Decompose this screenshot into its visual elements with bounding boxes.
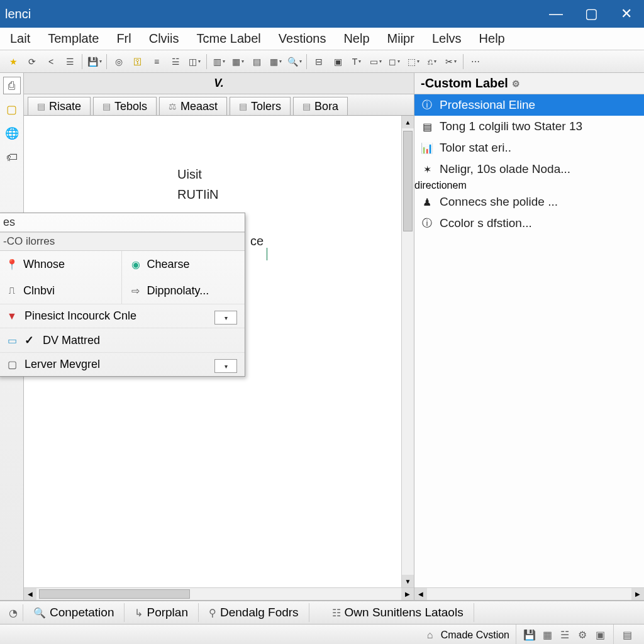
- bottom-tab-own-sunitlens[interactable]: ☷Own Sunitlens Lataols: [322, 603, 474, 622]
- text-icon[interactable]: T▾: [348, 53, 365, 70]
- spacer-icon[interactable]: ⊟: [311, 53, 327, 70]
- target-icon[interactable]: ◎: [111, 53, 127, 70]
- menu-lelvs[interactable]: Lelvs: [426, 29, 468, 48]
- menu-item-label: Pinesict Incourck Cnle: [25, 309, 136, 323]
- panel-icon[interactable]: ▥▾: [211, 53, 227, 70]
- list-item[interactable]: 📊Tolor stat eri..: [414, 137, 644, 158]
- status-end-icon[interactable]: ▤: [614, 625, 640, 644]
- menu-vestions[interactable]: Vestions: [272, 29, 333, 48]
- tab-bora[interactable]: ▤Bora: [293, 97, 348, 115]
- key-icon[interactable]: ⚿: [130, 53, 146, 70]
- list-toggle-icon[interactable]: ☰: [62, 53, 78, 70]
- rect-icon[interactable]: ▭▾: [367, 53, 384, 70]
- refresh-icon[interactable]: ⟳: [24, 53, 40, 70]
- star-icon[interactable]: ★: [5, 53, 21, 70]
- grid-icon[interactable]: ▦: [540, 629, 554, 641]
- minimize-button[interactable]: —: [538, 0, 574, 28]
- frame-icon[interactable]: ◻▾: [386, 53, 402, 70]
- grid-icon[interactable]: ▦▾: [267, 53, 284, 70]
- gear-icon[interactable]: ⚙: [512, 79, 520, 89]
- person-icon: ♟: [421, 196, 433, 208]
- layout-icon: ▤: [620, 629, 634, 641]
- bottom-tool-icon[interactable]: ◔: [4, 604, 23, 621]
- folder-icon: ⚲: [209, 607, 216, 619]
- scroll-track[interactable]: [36, 588, 401, 600]
- justify-icon[interactable]: ≡: [148, 53, 165, 70]
- horizontal-scrollbar[interactable]: ◀ ▶: [24, 587, 414, 600]
- more-icon[interactable]: ⋯: [467, 53, 484, 70]
- menu-item-pinesict[interactable]: ▼ Pinesict Incourck Cnle ▾: [0, 304, 245, 328]
- export-icon: ⇨: [130, 284, 142, 297]
- scroll-up-icon[interactable]: ▲: [402, 116, 414, 128]
- canvas-text: Uisit: [177, 167, 202, 182]
- menu-item-clnbvi[interactable]: ⎍Clnbvi: [0, 277, 122, 304]
- tool-icon[interactable]: ✂▾: [443, 53, 459, 70]
- window-icon[interactable]: ▣: [330, 53, 346, 70]
- menu-tcme-label[interactable]: Tcme Label: [191, 29, 267, 48]
- scroll-track[interactable]: [402, 128, 414, 575]
- list-item[interactable]: ♟Connecs she polide ...: [414, 191, 644, 213]
- tab-tebols[interactable]: ▤Tebols: [93, 97, 157, 115]
- menu-bar: Lait Template Frl Clviis Tcme Label Vest…: [0, 28, 644, 50]
- status-icon-group: 💾 ▦ ☱ ⚙ ▣: [516, 625, 614, 644]
- search-icon[interactable]: 🔍▾: [286, 53, 303, 70]
- component-icon[interactable]: ⎙: [3, 77, 21, 94]
- menu-item-dv-mattred[interactable]: ▭ ✓ DV Mattred: [0, 328, 245, 352]
- save-icon[interactable]: 💾▾: [86, 53, 103, 70]
- stack-icon[interactable]: ☱: [558, 629, 572, 641]
- list-item[interactable]: ✶Neligr, 10s olade Noda...: [414, 158, 644, 180]
- box-icon[interactable]: ⬚▾: [405, 53, 421, 70]
- tab-meaast[interactable]: ⚖Meaast: [159, 97, 227, 115]
- shape-icon[interactable]: ◫▾: [186, 53, 203, 70]
- back-icon[interactable]: <: [43, 53, 59, 70]
- globe-icon[interactable]: 🌐: [3, 125, 21, 142]
- tab-tolers[interactable]: ▤Tolers: [230, 97, 291, 115]
- gear-icon[interactable]: ⚙: [575, 629, 589, 641]
- menu-lait[interactable]: Lait: [4, 29, 36, 48]
- menu-nelp[interactable]: Nelp: [337, 29, 375, 48]
- module-icon[interactable]: ▣: [593, 629, 607, 641]
- menu-item-dippnolaty[interactable]: ⇨Dippnolaty...: [122, 277, 245, 304]
- menu-miipr[interactable]: Miipr: [381, 29, 421, 48]
- calc-icon[interactable]: ▤: [248, 53, 265, 70]
- chart-icon: 📊: [421, 142, 433, 154]
- panel-horizontal-scrollbar[interactable]: ◀ ▶: [414, 587, 644, 600]
- tab-risate[interactable]: ▤Risate: [28, 97, 91, 115]
- bottom-tab-conpetation[interactable]: 🔍Conpetation: [23, 603, 125, 622]
- menu-help[interactable]: Help: [473, 29, 511, 48]
- dropdown-button[interactable]: ▾: [214, 359, 237, 373]
- scroll-left-icon[interactable]: ◀: [24, 588, 36, 600]
- panel-title: -Custom Label: [421, 76, 508, 91]
- bottom-tab-dendalg[interactable]: ⚲Dendalg Fodrs: [199, 603, 309, 622]
- close-button[interactable]: ✕: [609, 0, 644, 28]
- scroll-track[interactable]: [427, 588, 631, 600]
- tree-icon[interactable]: 🏷: [3, 148, 21, 166]
- menu-item-chearse[interactable]: ◉Chearse: [122, 251, 245, 277]
- menu-frl[interactable]: Frl: [110, 29, 137, 48]
- save-icon[interactable]: 💾: [523, 629, 536, 641]
- scroll-thumb[interactable]: [403, 131, 413, 231]
- list-item[interactable]: ⓘProfessional Eline: [414, 94, 644, 116]
- layout-icon[interactable]: ▦▾: [230, 53, 246, 70]
- bottom-tab-porplan[interactable]: ↳Porplan: [125, 603, 199, 622]
- list-item[interactable]: ⓘCcolor s dfstion...: [414, 213, 644, 234]
- align-icon[interactable]: ☱: [167, 53, 184, 70]
- search-icon: 🔍: [33, 607, 46, 619]
- maximize-button[interactable]: ▢: [574, 0, 609, 28]
- dropdown-button[interactable]: ▾: [214, 311, 237, 325]
- connector-icon[interactable]: ⎌▾: [424, 53, 440, 70]
- scroll-left-icon[interactable]: ◀: [414, 588, 427, 600]
- scroll-down-icon[interactable]: ▼: [402, 575, 414, 587]
- check-icon: ✓: [25, 333, 34, 347]
- menu-template[interactable]: Template: [42, 29, 105, 48]
- scroll-thumb[interactable]: [39, 589, 190, 599]
- status-center[interactable]: ⌂Cmade Cvstion: [417, 625, 516, 644]
- menu-clviis[interactable]: Clviis: [143, 29, 186, 48]
- list-item[interactable]: ▤Tong 1 colgili two Stater 13: [414, 116, 644, 137]
- menu-item-lerver[interactable]: ▢ Lerver Mevgrel ▾: [0, 352, 245, 376]
- menu-item-whnose[interactable]: 📍Whnose: [0, 251, 122, 277]
- scroll-right-icon[interactable]: ▶: [401, 588, 414, 600]
- page-icon[interactable]: ▢: [3, 101, 21, 118]
- vertical-scrollbar[interactable]: ▲ ▼: [401, 116, 414, 587]
- scroll-right-icon[interactable]: ▶: [631, 588, 644, 600]
